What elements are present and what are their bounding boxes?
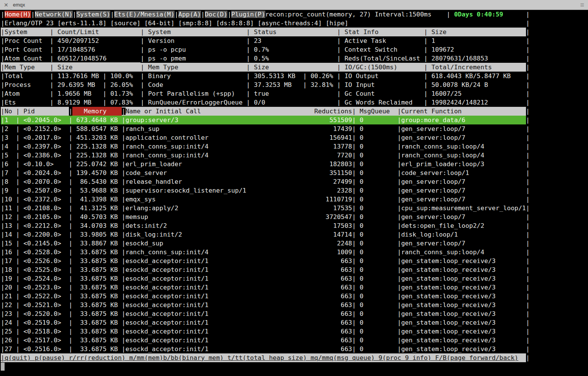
process-row[interactable]: 10<0.2372.0>41.3398 KBemqx_sys11107190ge… xyxy=(1,195,526,204)
process-reductions: 14714 xyxy=(273,230,356,239)
process-pid: <0.2386.0> xyxy=(16,151,69,160)
process-memory: 33.8867 KB xyxy=(69,239,122,248)
process-name: ranch_sup xyxy=(122,124,273,133)
process-reductions: 663 xyxy=(273,283,356,292)
menu-item[interactable]: |Doc(D) xyxy=(201,11,227,18)
process-memory: 33.6875 KB xyxy=(69,327,122,336)
process-no: 19 xyxy=(1,274,16,283)
cell: Reds(Total/SinceLast xyxy=(337,54,424,63)
process-name: esockd_acceptor:init/1 xyxy=(122,283,273,292)
process-name: esockd_acceptor:init/1 xyxy=(122,318,273,327)
process-row[interactable]: 15<0.2145.0>33.8867 KBesockd_sup22480gen… xyxy=(1,239,526,248)
cell: 0.7% xyxy=(246,45,337,54)
menu-item-label: System(S) xyxy=(76,11,110,18)
process-name: esockd_acceptor:init/1 xyxy=(122,336,273,345)
process-no: 15 xyxy=(1,239,16,248)
cell: ps -o pcpu xyxy=(140,45,246,54)
process-row[interactable]: 24<0.2519.0>33.6875 KBesockd_acceptor:in… xyxy=(1,318,526,327)
process-row[interactable]: 7<0.2024.0>139.4570 KBcode_server3511500… xyxy=(1,168,526,177)
process-row[interactable]: 26<0.2517.0>33.6875 KBesockd_acceptor:in… xyxy=(1,336,526,345)
process-msgqueue: 0 xyxy=(356,195,398,204)
process-row[interactable]: 14<0.2200.0>33.9805 KBdisk_log:init/2147… xyxy=(1,230,526,239)
process-row[interactable]: 18<0.2525.0>33.6875 KBesockd_acceptor:in… xyxy=(1,265,526,274)
process-no: 8 xyxy=(1,177,16,186)
process-reductions: 663 xyxy=(273,336,356,345)
table-row: Atom1.9656 MB01.73%Port Parallelism (+sp… xyxy=(1,89,526,98)
process-no: 13 xyxy=(1,221,16,230)
process-current-function: ranch_conns_sup:loop/4 xyxy=(397,151,526,160)
process-table-header: NoPidMemoryName or Initial CallReduction… xyxy=(1,107,526,116)
process-row[interactable]: 23<0.2520.0>33.6875 KBesockd_acceptor:in… xyxy=(1,309,526,318)
table-row: Atom Count60512/1048576ps -o pmem0.5%Red… xyxy=(1,54,526,63)
process-row[interactable]: 3<0.2017.0>451.3203 KBapplication_contro… xyxy=(1,133,526,142)
process-row[interactable]: 2<0.2152.0>588.0547 KBranch_sup174390gen… xyxy=(1,124,526,133)
process-msgqueue: 0 xyxy=(356,151,398,160)
process-name: code_server xyxy=(122,168,273,177)
process-row[interactable]: 27<0.2516.0>33.6875 KBesockd_acceptor:in… xyxy=(1,345,526,353)
process-row[interactable]: 12<0.2105.0>40.5703 KBmemsup37205470gen_… xyxy=(1,213,526,221)
menu-item[interactable]: |Ets(E)/Mnesia(M) xyxy=(110,11,175,18)
process-no: 9 xyxy=(1,186,16,195)
process-msgqueue: 0 xyxy=(356,283,398,292)
process-current-function: gen_statem:loop_receive/3 xyxy=(397,336,526,345)
column-header: Mem Type xyxy=(140,63,246,72)
process-current-function: gen_statem:loop_receive/3 xyxy=(397,318,526,327)
process-row[interactable]: 9<0.2507.0>53.9688 KBsupervisor:esockd_l… xyxy=(1,186,526,195)
column-header: Count/Limit xyxy=(50,28,140,36)
process-msgqueue: 0 xyxy=(356,124,398,133)
process-current-function: gen_server:loop/7 xyxy=(397,177,526,186)
process-name: disk_log:init/2 xyxy=(122,230,273,239)
cell: 01.73% xyxy=(103,89,140,98)
cell: Atom Count xyxy=(1,54,50,63)
menu-item-label: Doc(D) xyxy=(205,11,227,18)
hamburger-menu-icon[interactable]: ≡ xyxy=(580,2,584,8)
menu-item[interactable]: |System(S) xyxy=(73,11,111,18)
process-name: erl_prim_loader xyxy=(122,160,273,168)
process-row[interactable]: 11<0.2108.0>41.3125 KBerlang:apply/21753… xyxy=(1,204,526,213)
process-row[interactable]: 16<0.2528.0>33.6875 KBranch_conns_sup:in… xyxy=(1,248,526,257)
process-name: esockd_acceptor:init/1 xyxy=(122,274,273,283)
cell: 00.26% xyxy=(303,72,337,80)
process-row[interactable]: 1<0.2045.0>673.4648 KBgroup:server/35515… xyxy=(1,116,526,124)
menu-item[interactable]: |Network(N) xyxy=(31,11,73,18)
process-no: 27 xyxy=(1,345,16,353)
process-row[interactable]: 4<0.2397.0>225.1328 KBranch_conns_sup:in… xyxy=(1,142,526,151)
process-current-function: gen_server:loop/7 xyxy=(397,124,526,133)
column-header: Stat Info xyxy=(337,28,424,36)
process-row[interactable]: 20<0.2523.0>33.6875 KBesockd_acceptor:in… xyxy=(1,283,526,292)
cell: ps -o pmem xyxy=(140,54,246,63)
process-row[interactable]: 21<0.2522.0>33.6875 KBesockd_acceptor:in… xyxy=(1,292,526,301)
column-header: IO/GC:(1500ms) xyxy=(337,63,424,72)
menu-item[interactable]: |Home(H) xyxy=(1,11,31,18)
process-row[interactable]: 6<0.10.0>225.0742 KBerl_prim_loader18280… xyxy=(1,160,526,168)
close-icon[interactable]: ✕ xyxy=(4,2,8,8)
process-memory: 673.4648 KB xyxy=(69,116,122,124)
process-no: 4 xyxy=(1,142,16,151)
process-memory: 40.5703 KB xyxy=(69,213,122,221)
process-reductions: 663 xyxy=(273,265,356,274)
process-row[interactable]: 13<0.2212.0>34.0703 KBdets:init/2175030d… xyxy=(1,221,526,230)
process-reductions: 182803 xyxy=(273,160,356,168)
menu-item[interactable]: |App(A) xyxy=(175,11,201,18)
process-row[interactable]: 22<0.2521.0>33.6875 KBesockd_acceptor:in… xyxy=(1,301,526,309)
process-row[interactable]: 25<0.2518.0>33.6875 KBesockd_acceptor:in… xyxy=(1,327,526,336)
cell: 113.7616 MB xyxy=(50,72,103,80)
cell: IO Output xyxy=(337,72,424,80)
left-border: | xyxy=(1,20,5,27)
uptime-separator: | xyxy=(446,10,450,19)
process-row[interactable]: 8<0.2070.0>86.5430 KBrelease_handler2749… xyxy=(1,177,526,186)
prompt-line[interactable] xyxy=(1,362,588,371)
process-name: ranch_conns_sup:init/4 xyxy=(122,151,273,160)
process-row[interactable]: 17<0.2526.0>33.6875 KBesockd_acceptor:in… xyxy=(1,257,526,265)
process-no: 6 xyxy=(1,160,16,168)
process-current-function: gen_statem:loop_receive/3 xyxy=(397,283,526,292)
process-reductions: 156941 xyxy=(273,133,356,142)
process-pid: <0.2212.0> xyxy=(16,221,69,230)
menu-items: |Home(H)|Network(N)|System(S)|Ets(E)/Mne… xyxy=(1,11,265,18)
process-name: memsup xyxy=(122,213,273,221)
column-header-memory-sort[interactable]: Memory xyxy=(69,107,122,116)
menu-item[interactable]: |Plugin(P) xyxy=(227,11,265,18)
cell: 07.83% xyxy=(103,98,140,107)
process-row[interactable]: 5<0.2386.0>225.1328 KBranch_conns_sup:in… xyxy=(1,151,526,160)
process-row[interactable]: 19<0.2524.0>33.6875 KBesockd_acceptor:in… xyxy=(1,274,526,283)
